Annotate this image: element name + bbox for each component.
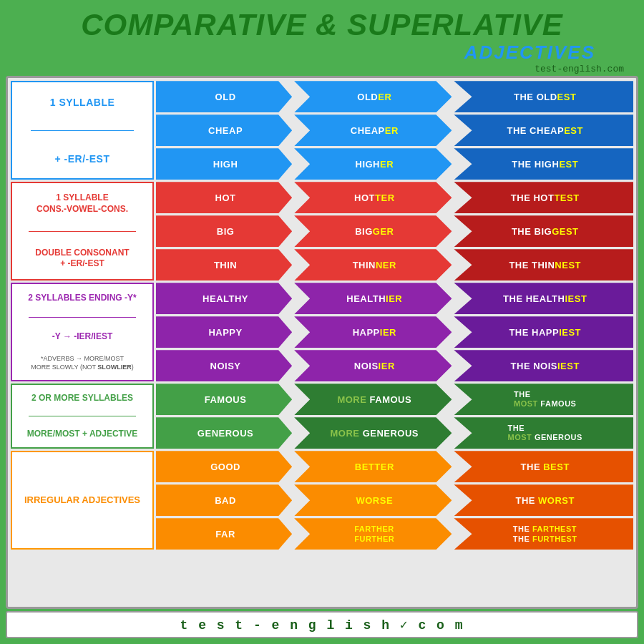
row-happy: HAPPY HAPPIER THE HAPPIEST [156,316,633,348]
section-more-syl: 2 OR MORE SYLLABLES MORE/MOST + ADJECTIV… [11,384,633,449]
subtitle: ADJECTIVES [6,42,638,64]
row-healthy: HEALTHY HEALTHIER THE HEALTHIEST [156,283,633,314]
comp-happy: HAPPIER [294,316,452,348]
content-area: 1 SYLLABLE + -ER/-EST OLD OLDER THE OLDE… [6,76,638,609]
comp-hot: HOTTER [294,182,452,213]
sup-far: THE FARTHESTTHE FURTHEST [454,518,633,550]
sup-old: THE OLDEST [454,81,633,112]
row-noisy: NOISY NOISIER THE NOISIEST [156,350,633,381]
comp-thin: THINNER [294,249,452,280]
base-noisy: NOISY [156,350,292,381]
row-cheap: CHEAP CHEAPER THE CHEAPEST [156,114,633,146]
row-good: GOOD BETTER THE BEST [156,451,633,482]
base-big: BIG [156,215,292,247]
footer: t e s t - e n g l i s h ✓ c o m [6,611,638,638]
base-cheap: CHEAP [156,114,292,146]
row-generous: GENEROUS MORE GENEROUS THEMOST GENEROUS [156,417,633,449]
comp-generous: MORE GENEROUS [294,417,452,449]
row-bad: BAD WORSE THE WORST [156,484,633,516]
row-far: FAR FARTHERFURTHER THE FARTHESTTHE FURTH… [156,518,633,550]
section-one-syllable: 1 SYLLABLE + -ER/-EST OLD OLDER THE OLDE… [11,81,633,180]
base-old: OLD [156,81,292,112]
base-healthy: HEALTHY [156,283,292,314]
comp-high: HIGHER [294,148,452,180]
sup-high: THE HIGHEST [454,148,633,180]
sup-generous: THEMOST GENEROUS [454,417,633,449]
comp-far: FARTHERFURTHER [294,518,452,550]
base-thin: THIN [156,249,292,280]
rows-more-syl: FAMOUS MORE FAMOUS THEMOST FAMOUS GENERO… [156,384,633,449]
section-irregular: IRREGULAR ADJECTIVES GOOD BETTER THE BES… [11,451,633,550]
comp-big: BIGGER [294,215,452,247]
base-hot: HOT [156,182,292,213]
header: COMPARATIVE & SUPERLATIVE ADJECTIVES tes… [6,6,638,76]
base-far: FAR [156,518,292,550]
rule-box-double: 1 SYLLABLECONS.-VOWEL-CONS. DOUBLE CONSO… [11,182,154,280]
base-bad: BAD [156,484,292,516]
sup-thin: THE THINNEST [454,249,633,280]
rule-box-2syl: 2 SYLLABLES ENDING -Y* -Y → -IER/IEST *A… [11,283,154,381]
rule-sub-1syllable: + -ER/-EST [55,153,110,165]
rows-1syllable: OLD OLDER THE OLDEST CHEAP CHEAPER THE C… [156,81,633,180]
comp-healthy: HEALTHIER [294,283,452,314]
section-two-syllables: 2 SYLLABLES ENDING -Y* -Y → -IER/IEST *A… [11,283,633,381]
sup-bad: THE WORST [454,484,633,516]
rule-title-1syllable: 1 SYLLABLE [50,97,115,108]
main-title: COMPARATIVE & SUPERLATIVE [6,9,638,42]
sup-healthy: THE HEALTHIEST [454,283,633,314]
row-thin: THIN THINNER THE THINNEST [156,249,633,280]
base-famous: FAMOUS [156,384,292,415]
sup-big: THE BIGGEST [454,215,633,247]
rows-2syl: HEALTHY HEALTHIER THE HEALTHIEST HAPPY H… [156,283,633,381]
row-big: BIG BIGGER THE BIGGEST [156,215,633,247]
comp-old: OLDER [294,81,452,112]
row-old: OLD OLDER THE OLDEST [156,81,633,112]
rule-box-more-syl: 2 OR MORE SYLLABLES MORE/MOST + ADJECTIV… [11,384,154,449]
sup-noisy: THE NOISIEST [454,350,633,381]
main-container: COMPARATIVE & SUPERLATIVE ADJECTIVES tes… [6,6,638,638]
rule-box-1syllable: 1 SYLLABLE + -ER/-EST [11,81,154,180]
base-high: HIGH [156,148,292,180]
row-hot: HOT HOTTER THE HOTTEST [156,182,633,213]
base-good: GOOD [156,451,292,482]
base-generous: GENEROUS [156,417,292,449]
comp-bad: WORSE [294,484,452,516]
sup-famous: THEMOST FAMOUS [454,384,633,415]
row-high: HIGH HIGHER THE HIGHEST [156,148,633,180]
rows-double: HOT HOTTER THE HOTTEST BIG BIGGER THE BI… [156,182,633,280]
rows-irregular: GOOD BETTER THE BEST BAD WORSE THE WORST… [156,451,633,550]
comp-cheap: CHEAPER [294,114,452,146]
comp-famous: MORE FAMOUS [294,384,452,415]
site-label: test-english.com [6,64,638,74]
sup-cheap: THE CHEAPEST [454,114,633,146]
base-happy: HAPPY [156,316,292,348]
sup-good: THE BEST [454,451,633,482]
section-double-cons: 1 SYLLABLECONS.-VOWEL-CONS. DOUBLE CONSO… [11,182,633,280]
comp-noisy: NOISIER [294,350,452,381]
rule-box-irregular: IRREGULAR ADJECTIVES [11,451,154,550]
sup-hot: THE HOTTEST [454,182,633,213]
sup-happy: THE HAPPIEST [454,316,633,348]
row-famous: FAMOUS MORE FAMOUS THEMOST FAMOUS [156,384,633,415]
comp-good: BETTER [294,451,452,482]
